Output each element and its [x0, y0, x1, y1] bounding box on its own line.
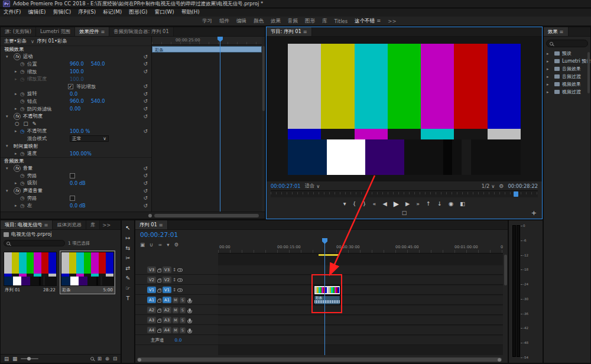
- chevron-down-icon[interactable]: ∨: [31, 38, 34, 44]
- track-header[interactable]: A4A4MS: [135, 326, 218, 335]
- panel-tab[interactable]: 库: [86, 220, 100, 229]
- effect-controls-hscrollbar[interactable]: [154, 214, 259, 217]
- menu-item[interactable]: 标记(M): [99, 9, 125, 16]
- comparison-view-icon[interactable]: ◧: [460, 200, 465, 207]
- effect-property-row[interactable]: ▸◷缩放宽度100.0: [1, 75, 151, 83]
- menu-item[interactable]: 帮助(H): [178, 9, 203, 16]
- chevron-right-icon[interactable]: ▸: [15, 129, 20, 134]
- track-target-button[interactable]: V1: [163, 287, 171, 293]
- timeline-lane[interactable]: [218, 316, 503, 325]
- mute-button[interactable]: M: [173, 307, 178, 313]
- timeline-hscrollbar[interactable]: [137, 358, 502, 362]
- tab-sequence-01[interactable]: 序列 01 ≡: [135, 220, 168, 229]
- chevron-down-icon[interactable]: ▾: [6, 144, 11, 148]
- checkbox[interactable]: [70, 173, 75, 178]
- stopwatch-icon[interactable]: ◷: [20, 203, 27, 209]
- mini-timeline-ruler[interactable]: 00:00:25:00: [152, 37, 262, 45]
- type-tool[interactable]: T: [126, 295, 130, 301]
- timeline-lane[interactable]: [218, 336, 503, 345]
- effect-property-row[interactable]: ▸◷左0.0 dB↺: [1, 202, 151, 209]
- tab-program[interactable]: 节目: 序列 01 ≡: [267, 27, 312, 36]
- property-value[interactable]: 960.0: [70, 61, 84, 67]
- property-value[interactable]: 0.0 dB: [70, 203, 86, 209]
- reset-parameter-icon[interactable]: ↺: [143, 98, 148, 104]
- reset-parameter-icon[interactable]: ↺: [143, 188, 148, 194]
- workspace-tab[interactable]: 这个不错≡: [351, 18, 384, 25]
- play-icon[interactable]: ▶: [394, 200, 399, 208]
- panel-tab[interactable]: 源: (无剪辑): [1, 27, 36, 36]
- effect-property-row[interactable]: ◷旁路↺: [1, 194, 151, 202]
- effect-property-row[interactable]: ✓等比缩放↺: [1, 83, 151, 90]
- fx-badge-icon[interactable]: fx: [14, 165, 21, 172]
- track-lock-icon[interactable]: [157, 290, 161, 292]
- property-value[interactable]: 0.00: [70, 106, 80, 112]
- stopwatch-icon[interactable]: ◷: [20, 195, 27, 201]
- stopwatch-icon[interactable]: ◷: [20, 69, 27, 74]
- timeline-lane[interactable]: [218, 306, 503, 315]
- menu-item[interactable]: 图形(G): [125, 9, 151, 16]
- reset-parameter-icon[interactable]: ↺: [143, 106, 148, 112]
- solo-button[interactable]: S: [180, 307, 186, 313]
- panel-menu-icon[interactable]: ≡: [44, 222, 48, 228]
- workspace-tab[interactable]: 编辑: [233, 18, 250, 25]
- effects-search-input[interactable]: [546, 40, 588, 47]
- fx-badge-icon[interactable]: fx: [14, 113, 21, 120]
- rect-mask-icon[interactable]: □: [23, 121, 28, 126]
- track-target-button[interactable]: A1: [163, 297, 171, 303]
- chevron-right-icon[interactable]: ▸: [15, 181, 20, 186]
- track-output-eye-icon[interactable]: [177, 288, 183, 292]
- track-header[interactable]: A3A3MS: [135, 316, 218, 325]
- track-output-eye-icon[interactable]: [177, 278, 183, 282]
- lift-icon[interactable]: ↑: [426, 200, 431, 207]
- reset-parameter-icon[interactable]: ↺: [143, 128, 148, 134]
- linked-selection-icon[interactable]: ∞: [158, 242, 162, 248]
- chevron-right-icon[interactable]: ▸: [547, 90, 552, 95]
- timeline-timecode[interactable]: 00:00:27:01: [140, 231, 178, 238]
- track-lock-icon[interactable]: [157, 269, 161, 272]
- stopwatch-icon[interactable]: ◷: [20, 91, 27, 97]
- mark-in-icon[interactable]: {: [352, 200, 356, 207]
- property-value[interactable]: 960.0: [70, 98, 84, 104]
- find-icon[interactable]: [90, 357, 94, 360]
- export-frame-icon[interactable]: ◉: [449, 200, 453, 207]
- stopwatch-icon[interactable]: ◷: [20, 98, 27, 104]
- chevron-right-icon[interactable]: ▸: [547, 82, 552, 87]
- sync-lock-icon[interactable]: ↕: [173, 267, 176, 272]
- project-search-input[interactable]: [4, 240, 65, 246]
- zoom-level-dropdown[interactable]: 适合∨: [305, 183, 320, 189]
- chevron-right-icon[interactable]: ▸: [15, 92, 20, 96]
- chevron-right-icon[interactable]: ▸: [15, 69, 20, 74]
- go-to-out-icon[interactable]: »: [416, 200, 420, 207]
- stopwatch-icon[interactable]: ◷: [20, 151, 27, 157]
- workspace-tab[interactable]: 音频: [284, 18, 301, 25]
- chevron-right-icon[interactable]: ▸: [15, 106, 20, 111]
- workspace-tab[interactable]: 库: [319, 18, 331, 25]
- master-clip-label[interactable]: 主要•彩条: [4, 38, 27, 44]
- chevron-right-icon[interactable]: ▸: [547, 67, 552, 72]
- checkbox[interactable]: ✓: [68, 84, 73, 89]
- workspace-tab[interactable]: 图形: [301, 18, 319, 25]
- reset-parameter-icon[interactable]: ↺: [143, 83, 148, 89]
- timeline-lane[interactable]: [218, 295, 503, 305]
- timeline-lane[interactable]: [218, 285, 503, 295]
- stopwatch-icon[interactable]: ◷: [20, 106, 27, 112]
- reset-parameter-icon[interactable]: ↺: [143, 61, 148, 67]
- panel-tab[interactable]: 效果控件≡: [75, 27, 109, 36]
- chevron-right-icon[interactable]: ▸: [547, 51, 552, 56]
- delete-icon[interactable]: ⊟: [113, 356, 117, 362]
- effect-property-row[interactable]: 混合模式正常∨: [1, 135, 151, 142]
- menu-item[interactable]: 序列(S): [74, 9, 99, 16]
- menu-item[interactable]: 剪辑(C): [50, 9, 75, 16]
- track-lock-icon[interactable]: [157, 280, 161, 282]
- effects-tree-item[interactable]: ▸音频过渡: [544, 73, 590, 80]
- project-item-card[interactable]: 序列 0128:22: [3, 251, 57, 294]
- workspace-overflow-icon[interactable]: >>: [388, 18, 396, 24]
- effect-property-row[interactable]: ○□✎: [1, 120, 151, 128]
- source-patch-button[interactable]: A4: [147, 327, 156, 333]
- track-lock-icon[interactable]: [157, 300, 161, 303]
- ellipse-mask-icon[interactable]: ○: [15, 121, 19, 126]
- checkbox[interactable]: [70, 196, 75, 201]
- current-timecode[interactable]: 00:00:27:01: [271, 183, 301, 189]
- effect-property-row[interactable]: ▸◷级别0.0 dB↺: [1, 180, 151, 187]
- chevron-right-icon[interactable]: ▸: [547, 74, 552, 79]
